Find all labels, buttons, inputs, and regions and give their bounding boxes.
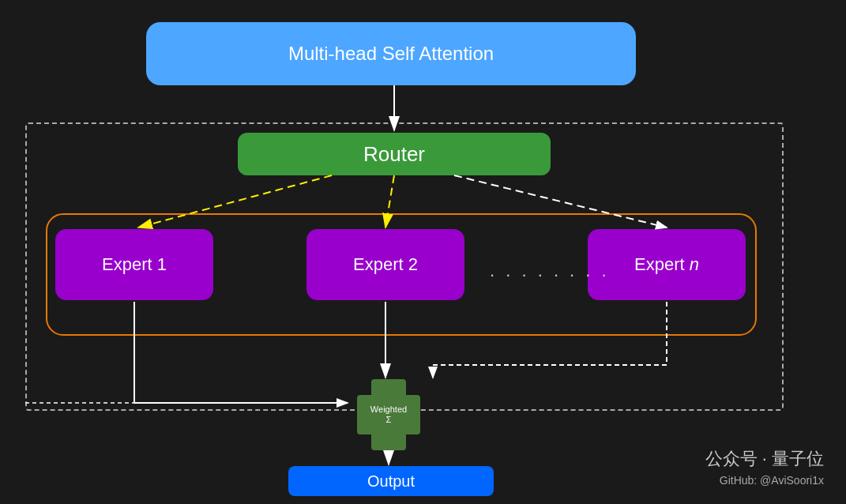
mhsa-label: Multi-head Self Attention — [288, 43, 494, 65]
weighted-sum-box: WeightedΣ — [349, 379, 428, 450]
ws-label: WeightedΣ — [370, 404, 407, 425]
expertn-box: Expert n — [588, 229, 746, 300]
watermark-line1: 公众号 · 量子位 — [705, 447, 824, 471]
diagram-container: Multi-head Self Attention Router Expert … — [0, 0, 846, 504]
expert1-box: Expert 1 — [55, 229, 213, 300]
ws-center: WeightedΣ — [357, 395, 420, 434]
expert2-box: Expert 2 — [306, 229, 464, 300]
router-label: Router — [363, 142, 425, 167]
output-label: Output — [367, 472, 415, 491]
expert2-label: Expert 2 — [353, 254, 418, 275]
watermark-line2: GitHub: @AviSoori1x — [705, 474, 824, 487]
expert1-label: Expert 1 — [102, 254, 167, 275]
output-box: Output — [288, 466, 494, 496]
expert-dots: · · · · · · · · — [490, 265, 610, 285]
router-box: Router — [238, 133, 551, 175]
watermark: 公众号 · 量子位 GitHub: @AviSoori1x — [705, 447, 824, 487]
ws-bottom-arm — [371, 431, 406, 450]
expertn-label: Expert n — [634, 254, 699, 275]
mhsa-box: Multi-head Self Attention — [146, 22, 636, 85]
